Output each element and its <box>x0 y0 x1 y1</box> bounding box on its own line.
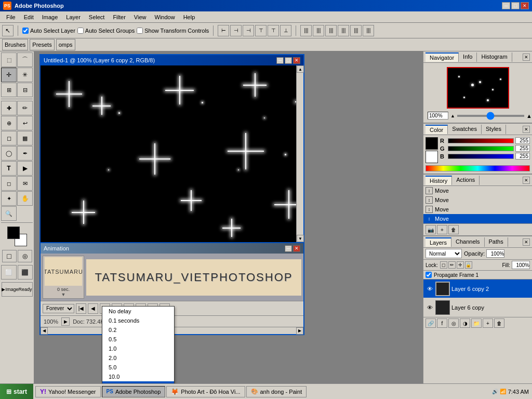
blend-mode-select[interactable]: Normal Multiply Screen <box>425 249 462 258</box>
propagate-checkbox[interactable] <box>425 272 432 278</box>
tab-histogram[interactable]: Histogram <box>477 52 512 62</box>
sb-up-btn[interactable]: ▲ <box>297 65 304 73</box>
dist2-icon[interactable]: ||| <box>313 25 324 36</box>
zoom-slider[interactable] <box>457 115 524 117</box>
delay-2-0[interactable]: 2.0 <box>102 353 174 363</box>
crop-tool[interactable]: ⊞ <box>1 83 17 97</box>
zoom-out-icon[interactable]: ▲ <box>450 113 455 118</box>
tab-styles[interactable]: Styles <box>482 125 506 134</box>
sb-track[interactable] <box>297 73 303 235</box>
green-value[interactable]: 255 <box>515 145 530 152</box>
green-slider[interactable] <box>448 146 514 151</box>
comps-btn[interactable]: omps <box>56 39 75 50</box>
anim-close-btn[interactable]: ✕ <box>293 245 300 252</box>
doc-close-btn[interactable]: ✕ <box>293 57 300 64</box>
history-delete-btn[interactable]: 🗑 <box>448 225 459 234</box>
dist4-icon[interactable]: ||| <box>338 25 349 36</box>
quick-mask-btn[interactable]: ◎ <box>18 250 32 262</box>
history-item-3[interactable]: ↕ Move <box>423 205 532 214</box>
move-tool[interactable]: ✛ <box>1 68 17 82</box>
path-select-tool[interactable]: ▶ <box>17 161 33 176</box>
lock-move-icon[interactable]: ✛ <box>457 261 464 269</box>
zoom-tool[interactable]: 🔍 <box>1 206 17 221</box>
loop-select[interactable]: Forever Once 3 times <box>43 304 74 313</box>
tab-actions[interactable]: Actions <box>452 176 480 185</box>
canvas-scrollbar-v[interactable]: ▲ ▼ <box>296 65 303 242</box>
menu-image[interactable]: Image <box>38 13 62 21</box>
start-button[interactable]: ⊞ start <box>0 384 33 400</box>
doc-minimize-btn[interactable]: ─ <box>276 57 284 64</box>
menu-help[interactable]: Help <box>179 13 200 21</box>
full-screen-btn[interactable]: ⬛ <box>18 265 33 280</box>
auto-select-layer-checkbox[interactable] <box>22 28 29 34</box>
magic-wand-tool[interactable]: ✳ <box>17 68 33 82</box>
layer-mask-btn[interactable]: ◎ <box>448 318 459 328</box>
gradient-tool[interactable]: ▦ <box>17 131 33 145</box>
menu-window[interactable]: Window <box>151 13 179 21</box>
marquee-tool[interactable]: ⬚ <box>1 52 17 67</box>
maximize-btn[interactable]: □ <box>511 2 520 9</box>
sb-down-btn[interactable]: ▼ <box>297 235 304 242</box>
tab-navigator[interactable]: Navigator <box>425 52 459 62</box>
layer-delete-btn[interactable]: 🗑 <box>494 318 504 328</box>
hand-tool[interactable]: ✋ <box>17 191 33 206</box>
align-left-icon[interactable]: ⊢ <box>218 25 229 36</box>
menu-file[interactable]: File <box>2 13 20 21</box>
foreground-color[interactable] <box>7 227 20 239</box>
presets-btn[interactable]: Presets <box>30 39 54 50</box>
tab-layers[interactable]: Layers <box>425 237 451 247</box>
fill-input[interactable] <box>512 261 530 269</box>
history-panel-close[interactable]: ✕ <box>523 177 530 184</box>
menu-filter[interactable]: Filter <box>109 13 129 21</box>
tab-info[interactable]: Info <box>459 52 477 62</box>
notes-tool[interactable]: ✉ <box>17 176 33 191</box>
delay-1-0[interactable]: 1.0 <box>102 344 174 353</box>
color-panel-close[interactable]: ✕ <box>523 126 530 133</box>
dist5-icon[interactable]: ||| <box>350 25 362 36</box>
tab-swatches[interactable]: Swatches <box>448 125 482 134</box>
pen-tool[interactable]: ✒ <box>17 146 33 161</box>
back-frame-btn[interactable]: ◀ <box>88 303 98 314</box>
standard-screen-btn[interactable]: ⬜ <box>1 265 17 280</box>
healing-tool[interactable]: ✚ <box>1 101 17 115</box>
opacity-input[interactable] <box>486 249 504 258</box>
dist6-icon[interactable]: ||| <box>363 25 374 36</box>
align-top-icon[interactable]: ⊤ <box>255 25 267 36</box>
delay-0-2[interactable]: 0.2 <box>102 325 174 335</box>
align-right-icon[interactable]: ⊣ <box>243 25 254 36</box>
delay-5-0[interactable]: 5.0 <box>102 363 174 372</box>
foreground-color-swatch[interactable] <box>425 137 438 150</box>
slice-tool[interactable]: ⊟ <box>17 83 33 97</box>
menu-view[interactable]: View <box>130 13 151 21</box>
layers-panel-close[interactable]: ✕ <box>523 238 530 246</box>
text-tool[interactable]: T <box>1 161 17 176</box>
lock-paint-icon[interactable]: ✏ <box>448 261 456 269</box>
dist3-icon[interactable]: ||| <box>325 25 337 36</box>
red-slider[interactable] <box>448 138 514 143</box>
delay-0-1s[interactable]: 0.1 seconds <box>102 316 174 325</box>
delay-0-5[interactable]: 0.5 <box>102 335 174 344</box>
delay-other[interactable]: Other... <box>102 381 174 383</box>
align-center-h-icon[interactable]: ⊣ <box>230 25 242 36</box>
tab-paths[interactable]: Paths <box>485 237 508 247</box>
menu-layer[interactable]: Layer <box>62 13 85 21</box>
navigator-panel-close[interactable]: ✕ <box>523 54 530 61</box>
history-new-btn[interactable]: + <box>437 225 447 234</box>
history-item-1[interactable]: ↕ Move <box>423 186 532 195</box>
prev-frame-btn[interactable]: |◀ <box>76 303 86 314</box>
lasso-tool[interactable]: ⌒ <box>17 52 33 67</box>
blue-value[interactable]: 255 <box>515 153 530 159</box>
layer-visibility-1[interactable]: 👁 <box>425 285 434 293</box>
image-ready-btn[interactable]: ▶ImageReady <box>2 282 33 297</box>
layer-visibility-2[interactable]: 👁 <box>425 303 434 312</box>
history-item-4[interactable]: ↕ Move <box>423 214 532 223</box>
normal-mode-btn[interactable]: □ <box>2 250 17 262</box>
minimize-btn[interactable]: ─ <box>502 2 510 9</box>
anim-frame-1[interactable]: TATSUMARU 0 sec. ▼ <box>43 256 84 299</box>
red-value[interactable]: 255 <box>515 137 530 144</box>
brush-tool[interactable]: ✏ <box>17 101 33 115</box>
history-brush-tool[interactable]: ↩ <box>17 116 33 130</box>
menu-select[interactable]: Select <box>85 13 109 21</box>
taskbar-yahoo-messenger[interactable]: Y! Yahoo! Messenger <box>35 386 101 397</box>
dodge-tool[interactable]: ◯ <box>1 146 17 161</box>
